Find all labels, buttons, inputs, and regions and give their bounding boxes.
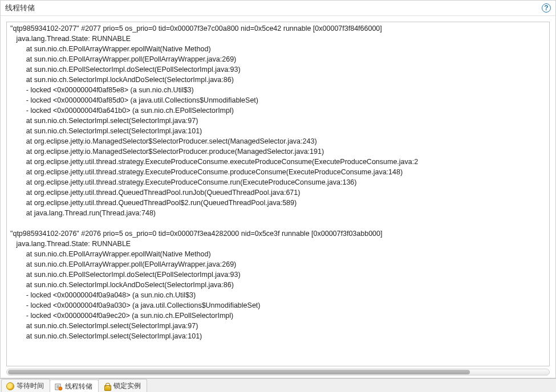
tab-label: 锁定实例 <box>113 381 141 391</box>
thread-dump-text[interactable]: "qtp985934102-2077" #2077 prio=5 os_prio… <box>6 22 550 366</box>
tab-wait-time[interactable]: 等待时间 <box>1 379 50 392</box>
tab-label: 线程转储 <box>65 382 92 391</box>
svg-point-4 <box>59 387 62 390</box>
thread-dump-icon <box>55 383 63 391</box>
panel-header: 线程转储 ? <box>1 1 555 16</box>
tab-locked-instances[interactable]: 锁定实例 <box>98 379 147 392</box>
horizontal-scrollbar[interactable] <box>6 369 550 375</box>
thread-dump-panel: 线程转储 ? "qtp985934102-2077" #2077 prio=5 … <box>0 0 556 378</box>
help-icon[interactable]: ? <box>542 3 551 13</box>
tab-label: 等待时间 <box>17 381 44 391</box>
tab-thread-dump[interactable]: 线程转储 <box>50 379 99 392</box>
content-wrap: "qtp985934102-2077" #2077 prio=5 os_prio… <box>1 16 555 378</box>
scrollbar-thumb[interactable] <box>8 370 470 374</box>
panel-title: 线程转储 <box>5 3 35 13</box>
bottom-tab-bar: 等待时间 线程转储 锁定实例 <box>0 378 556 392</box>
clock-icon <box>6 382 14 390</box>
lock-icon <box>103 382 111 390</box>
